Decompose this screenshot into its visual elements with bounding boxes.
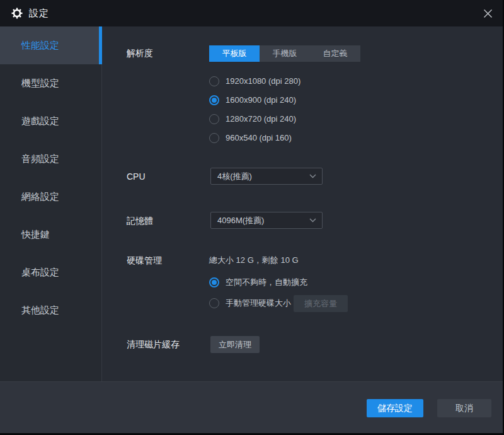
resolution-option-1920x1080[interactable]: 1920x1080 (dpi 280): [209, 76, 301, 87]
save-button[interactable]: 儲存設定: [367, 399, 423, 417]
sidebar-item-label: 性能設定: [21, 40, 59, 52]
sidebar-item-network[interactable]: 網絡設定: [0, 178, 101, 216]
disk-option-manual[interactable]: 手動管理硬碟大小: [209, 298, 291, 309]
expand-capacity-button[interactable]: 擴充容量: [294, 295, 348, 312]
resolution-option-1600x900[interactable]: 1600x900 (dpi 240): [209, 95, 296, 106]
window-title: 設定: [29, 8, 49, 20]
chevron-down-icon: [309, 218, 316, 223]
sidebar-item-label: 快捷鍵: [21, 229, 50, 241]
gear-icon: [11, 8, 23, 19]
memory-label: 記憶體: [127, 215, 153, 226]
disk-info: 總大小 12 G，剩餘 10 G: [209, 255, 299, 266]
clean-now-button[interactable]: 立即清理: [210, 336, 260, 353]
sidebar-item-label: 遊戲設定: [21, 115, 59, 127]
memory-select-value: 4096M(推薦): [217, 215, 264, 226]
resolution-label: 解析度: [127, 47, 153, 59]
active-indicator: [99, 26, 102, 64]
close-button[interactable]: [478, 4, 498, 23]
settings-content: 解析度 平板版 手機版 自定義 1920x1080 (dpi 280) 1600…: [103, 26, 503, 381]
sidebar-item-game[interactable]: 遊戲設定: [0, 102, 101, 140]
sidebar-item-label: 機型設定: [21, 78, 59, 90]
radio-unselected-icon: [209, 114, 219, 124]
sidebar-item-device[interactable]: 機型設定: [0, 64, 101, 102]
disk-label: 硬碟管理: [127, 255, 162, 266]
memory-select[interactable]: 4096M(推薦): [210, 212, 323, 229]
radio-unselected-icon: [209, 133, 219, 143]
disk-option-auto-expand[interactable]: 空間不夠時，自動擴充: [209, 277, 307, 288]
tab-phone[interactable]: 手機版: [260, 45, 310, 62]
cpu-select-value: 4核(推薦): [217, 171, 252, 182]
sidebar-item-other[interactable]: 其他設定: [0, 291, 101, 329]
sidebar-item-wallpaper[interactable]: 桌布設定: [0, 253, 101, 291]
radio-unselected-icon: [209, 298, 219, 308]
clean-cache-label: 清理磁片緩存: [127, 339, 180, 350]
sidebar-item-label: 桌布設定: [21, 267, 59, 279]
sidebar-item-performance[interactable]: 性能設定: [0, 26, 101, 64]
radio-selected-icon: [209, 277, 219, 287]
close-icon: [483, 9, 493, 18]
cpu-label: CPU: [127, 171, 146, 182]
sidebar-item-label: 其他設定: [21, 304, 59, 316]
sidebar: 性能設定 機型設定 遊戲設定 音頻設定 網絡設定 快捷鍵 桌布設定 其他設定: [0, 26, 102, 381]
tab-custom[interactable]: 自定義: [310, 45, 360, 62]
resolution-tabs: 平板版 手機版 自定義: [209, 45, 360, 62]
sidebar-item-audio[interactable]: 音頻設定: [0, 140, 101, 178]
footer: 儲存設定 取消: [0, 381, 503, 433]
sidebar-item-label: 網絡設定: [21, 191, 59, 203]
sidebar-item-label: 音頻設定: [21, 153, 59, 165]
radio-unselected-icon: [209, 76, 219, 86]
settings-window: 設定 性能設定 機型設定 遊戲設定 音頻設定: [0, 0, 504, 435]
sidebar-item-hotkeys[interactable]: 快捷鍵: [0, 216, 101, 253]
resolution-option-1280x720[interactable]: 1280x720 (dpi 240): [209, 113, 296, 125]
cancel-button[interactable]: 取消: [437, 399, 491, 417]
radio-selected-icon: [209, 95, 219, 105]
titlebar: 設定: [0, 0, 503, 26]
chevron-down-icon: [309, 174, 316, 178]
resolution-option-960x540[interactable]: 960x540 (dpi 160): [209, 132, 292, 144]
tab-tablet[interactable]: 平板版: [209, 45, 260, 62]
cpu-select[interactable]: 4核(推薦): [210, 168, 323, 185]
